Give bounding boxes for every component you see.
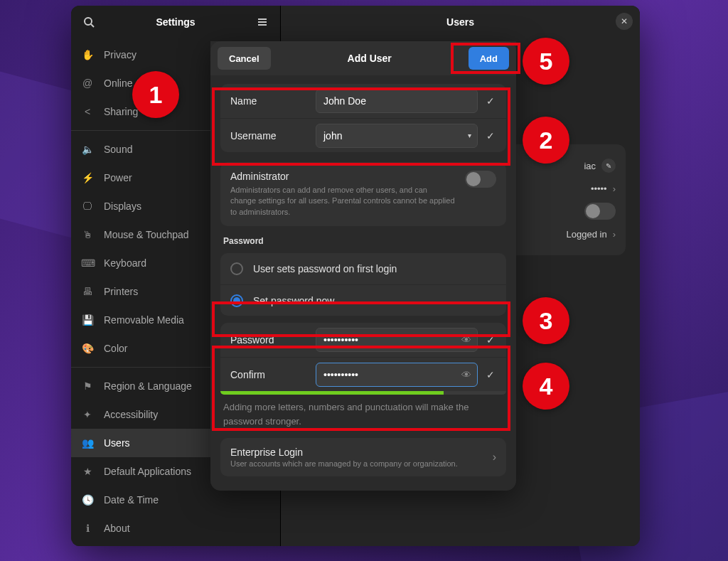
check-icon: ✓ <box>485 369 496 380</box>
existing-user-card: iac ✎ ••••• › Logged in › <box>505 144 626 255</box>
accessibility-icon: ✦ <box>81 409 94 420</box>
main-header: Users ✕ <box>281 6 640 38</box>
password-input[interactable]: ••••••••••👁 <box>316 328 478 352</box>
sidebar-item-label: Printers <box>104 286 138 297</box>
svg-line-1 <box>91 24 94 27</box>
sidebar-item-label: Color <box>104 343 127 354</box>
sound-icon: 🔈 <box>81 144 94 155</box>
radio-icon <box>230 262 243 275</box>
sidebar-item-about[interactable]: ℹAbout <box>71 514 280 543</box>
close-icon[interactable]: ✕ <box>616 13 633 30</box>
confirm-row: Confirm ••••••••••👁 ✓ <box>220 357 506 391</box>
strength-meter <box>220 391 506 395</box>
sidebar-item-label: Sharing <box>104 106 138 117</box>
color-icon: 🎨 <box>81 343 94 354</box>
eye-icon[interactable]: 👁 <box>461 334 471 346</box>
cancel-button[interactable]: Cancel <box>218 47 271 70</box>
chevron-down-icon[interactable]: ▾ <box>468 132 471 139</box>
sidebar-item-label: Power <box>104 172 132 183</box>
page-title: Users <box>446 16 474 28</box>
power-icon: ⚡ <box>81 172 94 183</box>
annotation-badge-4: 4 <box>523 363 569 410</box>
sidebar-item-label: Users <box>104 437 130 449</box>
dialog-body: Name John Doe ✓ Username john▾ ✓ Adminis… <box>210 75 516 485</box>
annotation-badge-3: 3 <box>523 297 569 344</box>
hamburger-icon[interactable] <box>252 11 273 33</box>
sidebar-item-label: Displays <box>104 201 141 212</box>
user-toggle[interactable] <box>584 203 616 220</box>
users-icon: 👥 <box>81 437 94 449</box>
dialog-title: Add User <box>271 53 469 64</box>
sidebar-item-label: Accessibility <box>104 409 158 420</box>
username-input[interactable]: john▾ <box>316 124 478 148</box>
search-icon[interactable] <box>78 11 100 33</box>
admin-title: Administrator <box>230 171 455 182</box>
enterprise-login-row[interactable]: Enterprise Login User accounts which are… <box>220 438 506 476</box>
user-password-dots: ••••• <box>591 183 607 194</box>
sidebar-title: Settings <box>100 16 252 28</box>
check-icon: ✓ <box>485 334 496 346</box>
password-label: Password <box>230 334 309 346</box>
online-icon: @ <box>81 78 94 89</box>
confirm-input[interactable]: ••••••••••👁 <box>316 363 478 387</box>
annotation-badge-1: 1 <box>132 71 179 118</box>
dialog-header: Cancel Add User Add <box>210 41 516 75</box>
username-label: Username <box>230 130 309 141</box>
about-icon: ℹ <box>81 523 94 534</box>
check-icon: ✓ <box>485 130 496 141</box>
sidebar-item-label: Region & Language <box>104 380 192 392</box>
radio-first-login[interactable]: User sets password on first login <box>220 253 506 284</box>
region-icon: ⚑ <box>81 380 94 392</box>
pencil-icon[interactable]: ✎ <box>601 159 616 173</box>
radio-set-now[interactable]: Set password now <box>220 284 506 316</box>
user-name-suffix: iac <box>584 161 596 171</box>
radio-label: User sets password on first login <box>253 263 397 274</box>
radio-icon <box>230 294 243 307</box>
annotation-badge-5: 5 <box>523 38 569 85</box>
sidebar-header: Settings <box>71 6 280 38</box>
password-radio-group: User sets password on first login Set pa… <box>220 253 506 316</box>
admin-description: Administrators can add and remove other … <box>230 185 455 218</box>
sidebar-item-label: Privacy <box>104 49 136 60</box>
identity-fields: Name John Doe ✓ Username john▾ ✓ <box>220 84 506 152</box>
add-user-dialog: Cancel Add User Add Name John Doe ✓ User… <box>210 41 516 491</box>
apps-icon: ★ <box>81 466 94 477</box>
privacy-icon: ✋ <box>81 49 94 60</box>
chevron-right-icon[interactable]: › <box>613 183 616 194</box>
name-input[interactable]: John Doe <box>316 89 478 113</box>
check-icon: ✓ <box>485 95 496 107</box>
annotation-badge-2: 2 <box>523 117 569 164</box>
displays-icon: 🖵 <box>81 201 94 212</box>
password-hint: Adding more letters, numbers and punctua… <box>223 400 503 428</box>
printers-icon: 🖶 <box>81 286 94 297</box>
svg-point-0 <box>85 18 92 25</box>
admin-toggle[interactable] <box>465 171 496 188</box>
sidebar-item-label: Removable Media <box>104 314 184 326</box>
confirm-label: Confirm <box>230 369 309 380</box>
enterprise-description: User accounts which are managed by a com… <box>230 459 486 468</box>
sharing-icon: < <box>81 106 94 117</box>
name-label: Name <box>230 95 309 107</box>
chevron-right-icon[interactable]: › <box>613 229 616 240</box>
media-icon: 💾 <box>81 314 94 326</box>
strength-fill <box>220 391 444 395</box>
sidebar-item-label: Sound <box>104 144 132 155</box>
radio-label: Set password now <box>253 295 334 306</box>
username-row: Username john▾ ✓ <box>220 118 506 152</box>
eye-icon[interactable]: 👁 <box>461 369 471 380</box>
sidebar-item-label: About <box>104 523 130 534</box>
password-fields: Password ••••••••••👁 ✓ Confirm •••••••••… <box>220 323 506 391</box>
sidebar-item-label: Keyboard <box>104 257 146 269</box>
name-row: Name John Doe ✓ <box>220 84 506 118</box>
sidebar-item-label: Default Applications <box>104 466 191 477</box>
password-row: Password ••••••••••👁 ✓ <box>220 323 506 357</box>
administrator-row: Administrator Administrators can add and… <box>220 162 506 226</box>
password-section-label: Password <box>223 236 503 246</box>
enterprise-title: Enterprise Login <box>230 447 486 458</box>
clock-icon: 🕓 <box>81 494 94 506</box>
keyboard-icon: ⌨ <box>81 257 94 269</box>
chevron-right-icon: › <box>493 451 496 464</box>
mouse-icon: 🖱 <box>81 229 94 240</box>
sidebar-item-label: Date & Time <box>104 494 159 506</box>
add-button[interactable]: Add <box>469 47 509 70</box>
